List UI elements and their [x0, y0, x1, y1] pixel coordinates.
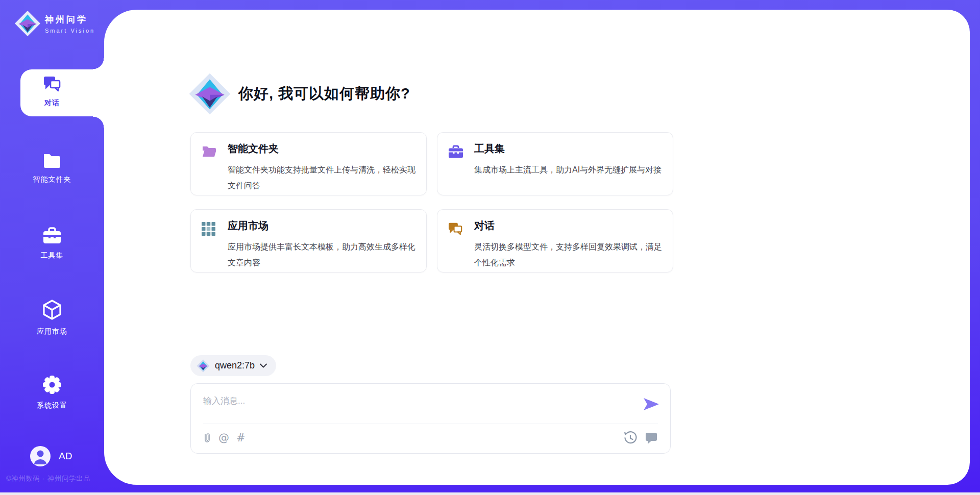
sidebar-item-chat[interactable]: 对话 — [0, 76, 104, 108]
grid-icon — [202, 222, 215, 236]
user-name: AD — [59, 451, 72, 462]
chevron-down-icon — [260, 363, 267, 368]
sidebar-item-label: 对话 — [0, 98, 104, 108]
brand-name: 神州问学 — [45, 15, 88, 24]
briefcase-icon — [448, 145, 463, 159]
brand-subtitle: Smart Vision — [45, 28, 95, 34]
folder-icon — [42, 152, 62, 168]
sidebar-item-settings[interactable]: 系统设置 — [0, 375, 104, 410]
brand-text: 神州问学 Smart Vision — [45, 14, 95, 34]
greeting-text: 你好, 我可以如何帮助你? — [238, 84, 410, 104]
sidebar-item-label: 系统设置 — [0, 401, 104, 410]
model-selector[interactable]: qwen2:7b — [190, 355, 276, 376]
folder-open-icon — [202, 145, 217, 158]
sidebar-item-toolbox[interactable]: 工具集 — [0, 227, 104, 260]
card-app-market[interactable]: 应用市场 应用市场提供丰富长文本模板，助力高效生成多样化文章内容 — [190, 209, 427, 273]
card-description: 灵活切换多模型文件，支持多样回复效果调试，满足个性化需求 — [474, 239, 664, 270]
mention-icon[interactable]: @ — [218, 431, 229, 444]
feedback-icon[interactable] — [645, 431, 658, 444]
sidebar-item-app-market[interactable]: 应用市场 — [0, 299, 104, 336]
card-description: 集成市场上主流工具，助力AI与外界无缝扩展与对接 — [474, 162, 664, 178]
chat-bubbles-icon — [43, 76, 61, 92]
toolbox-icon — [42, 227, 62, 244]
card-title: 应用市场 — [228, 219, 415, 233]
composer-divider — [203, 424, 658, 424]
card-title: 智能文件夹 — [228, 142, 415, 156]
sidebar-item-label: 智能文件夹 — [0, 175, 104, 184]
diamond-logo-icon — [188, 72, 231, 115]
card-description: 智能文件夹功能支持批量文件上传与清洗，轻松实现文件问答 — [228, 162, 418, 193]
card-smart-folder[interactable]: 智能文件夹 智能文件夹功能支持批量文件上传与清洗，轻松实现文件问答 — [190, 132, 427, 195]
window-bottom-edge — [0, 492, 980, 495]
brand-logo: 神州问学 Smart Vision — [14, 10, 95, 37]
message-input[interactable] — [203, 391, 632, 411]
model-name: qwen2:7b — [215, 360, 255, 371]
history-icon[interactable] — [623, 431, 638, 445]
user-icon — [30, 446, 51, 466]
message-composer: @ # — [190, 383, 671, 454]
app-window: 神州问学 Smart Vision 对话 智能文件夹 — [0, 0, 980, 495]
card-title: 工具集 — [474, 142, 662, 156]
tab-curve-top — [93, 58, 104, 69]
diamond-logo-icon — [14, 10, 41, 37]
greeting-block: 你好, 我可以如何帮助你? — [188, 72, 410, 115]
send-icon[interactable] — [644, 398, 659, 410]
sidebar-item-label: 应用市场 — [0, 327, 104, 336]
tab-curve-bottom — [93, 116, 104, 128]
card-toolbox[interactable]: 工具集 集成市场上主流工具，助力AI与外界无缝扩展与对接 — [437, 132, 673, 195]
hashtag-icon[interactable]: # — [236, 431, 246, 444]
user-account[interactable]: AD — [30, 446, 72, 466]
gear-icon — [42, 375, 62, 394]
avatar — [30, 446, 51, 466]
sidebar-item-label: 工具集 — [0, 251, 104, 260]
diamond-logo-icon — [197, 359, 210, 373]
sidebar-footer: ©神州数码 · 神州问学出品 — [6, 474, 90, 483]
composer-toolbar: @ # — [203, 431, 658, 445]
chat-bubbles-icon — [448, 222, 462, 235]
card-description: 应用市场提供丰富长文本模板，助力高效生成多样化文章内容 — [228, 239, 418, 270]
feature-cards: 智能文件夹 智能文件夹功能支持批量文件上传与清洗，轻松实现文件问答 工具集 集成… — [190, 132, 673, 273]
cube-icon — [42, 299, 62, 320]
sidebar-item-smart-folder[interactable]: 智能文件夹 — [0, 152, 104, 184]
attachment-icon[interactable] — [203, 431, 211, 444]
card-title: 对话 — [474, 219, 662, 233]
card-chat[interactable]: 对话 灵活切换多模型文件，支持多样回复效果调试，满足个性化需求 — [437, 209, 673, 273]
